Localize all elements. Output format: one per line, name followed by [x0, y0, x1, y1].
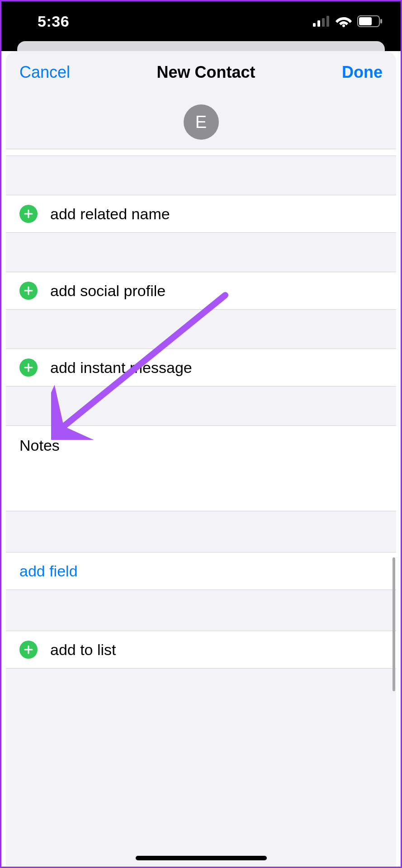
battery-icon: [357, 15, 383, 27]
add-icon: [19, 282, 38, 300]
cellular-signal-icon: [313, 16, 330, 27]
modal-header: Cancel New Contact Done: [6, 51, 396, 91]
section-gap: [6, 511, 396, 552]
avatar-initial: E: [195, 113, 207, 132]
avatar-section: E: [6, 91, 396, 149]
add-social-profile-label: add social profile: [50, 282, 166, 300]
notes-field[interactable]: Notes: [6, 425, 396, 511]
svg-rect-2: [322, 18, 325, 27]
contact-avatar[interactable]: E: [184, 104, 219, 140]
field-sliver: [6, 149, 396, 156]
add-related-name-row[interactable]: add related name: [6, 195, 396, 233]
svg-rect-3: [326, 16, 329, 27]
svg-rect-7: [380, 19, 382, 24]
add-instant-message-label: add instant message: [50, 359, 192, 377]
cancel-button[interactable]: Cancel: [19, 63, 70, 82]
add-field-label: add field: [19, 562, 78, 580]
scroll-indicator[interactable]: [393, 557, 395, 691]
svg-rect-0: [313, 23, 316, 27]
section-gap: [6, 387, 396, 425]
add-social-profile-row[interactable]: add social profile: [6, 272, 396, 310]
status-time: 5:36: [38, 13, 69, 30]
add-to-list-label: add to list: [50, 641, 116, 659]
home-indicator[interactable]: [136, 856, 267, 860]
svg-rect-6: [359, 17, 372, 25]
add-related-name-label: add related name: [50, 205, 170, 223]
notes-label: Notes: [19, 437, 383, 454]
add-icon: [19, 641, 38, 659]
section-gap: [6, 310, 396, 349]
add-icon: [19, 359, 38, 377]
add-instant-message-row[interactable]: add instant message: [6, 349, 396, 387]
wifi-icon: [336, 15, 352, 27]
done-button[interactable]: Done: [342, 63, 383, 82]
status-icons: [313, 15, 383, 27]
modal-title: New Contact: [157, 63, 255, 82]
section-gap: [6, 590, 396, 631]
section-gap: [6, 233, 396, 272]
svg-rect-1: [317, 20, 320, 27]
svg-point-4: [342, 24, 345, 27]
status-bar: 5:36: [1, 1, 401, 41]
add-field-row[interactable]: add field: [6, 552, 396, 590]
new-contact-sheet: Cancel New Contact Done E add related na…: [6, 51, 396, 867]
sheet-background-peek: [1, 41, 401, 51]
section-gap: [6, 156, 396, 195]
add-to-list-row[interactable]: add to list: [6, 631, 396, 669]
add-icon: [19, 205, 38, 223]
